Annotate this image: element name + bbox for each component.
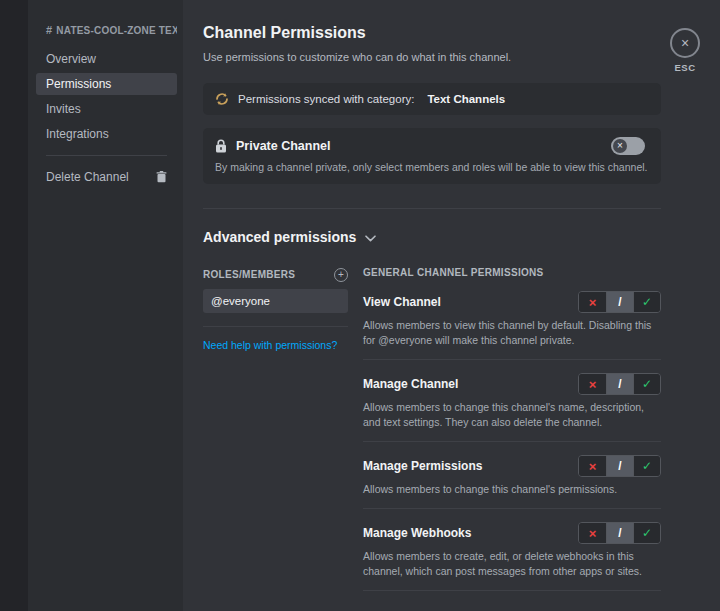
private-channel-card: Private Channel × By making a channel pr… [203,128,661,184]
delete-channel-label: Delete Channel [46,170,129,184]
advanced-permissions-header[interactable]: Advanced permissions [203,229,660,245]
sidebar-divider [46,155,167,156]
page-subtitle: Use permissions to customize who can do … [203,51,660,63]
passthrough-button[interactable]: / [606,456,633,476]
permission-row-manage-webhooks: Manage Webhooks × / ✓ Allows members to … [363,522,661,591]
settings-sidebar: # NATES-COOL-ZONE TEXT CH. Overview Perm… [28,0,183,611]
sidebar-item-label: Permissions [46,77,111,91]
sidebar-item-invites[interactable]: Invites [36,98,177,120]
permission-name: Manage Channel [363,377,458,391]
permission-toggle-group: × / ✓ [578,373,661,395]
permission-name: Manage Permissions [363,459,482,473]
permission-description: Allows members to create, edit, or delet… [363,549,655,579]
sync-banner-text: Permissions synced with category: [238,93,414,105]
delete-channel-button[interactable]: Delete Channel [36,166,177,188]
permission-description: Allows members to change this channel's … [363,482,655,497]
permission-row-view-channel: View Channel × / ✓ Allows members to vie… [363,291,661,360]
permissions-column: GENERAL CHANNEL PERMISSIONS View Channel… [363,267,661,611]
deny-x-icon: × [589,378,597,391]
check-icon: ✓ [642,296,652,308]
page-title: Channel Permissions [203,24,660,42]
check-icon: ✓ [642,527,652,539]
permissions-synced-banner: Permissions synced with category:Text Ch… [203,83,661,115]
check-icon: ✓ [642,378,652,390]
permission-toggle-group: × / ✓ [578,455,661,477]
sidebar-item-overview[interactable]: Overview [36,48,177,70]
sidebar-item-integrations[interactable]: Integrations [36,123,177,145]
discord-channel-settings-window: # NATES-COOL-ZONE TEXT CH. Overview Perm… [0,0,720,611]
sidebar-item-label: Overview [46,52,96,66]
channel-name-label: NATES-COOL-ZONE TEXT CH. [56,25,177,36]
slash-icon: / [618,527,621,539]
deny-button[interactable]: × [579,456,606,476]
divider [203,326,348,327]
permission-row-manage-permissions: Manage Permissions × / ✓ Allows members … [363,455,661,509]
slash-icon: / [618,460,621,472]
deny-button[interactable]: × [579,523,606,543]
toggle-off-knob: × [613,139,627,153]
general-permissions-header: GENERAL CHANNEL PERMISSIONS [363,267,661,278]
private-channel-label: Private Channel [236,139,602,153]
trash-icon [156,171,167,183]
slash-icon: / [618,378,621,390]
passthrough-button[interactable]: / [606,292,633,312]
close-x-icon: × [681,36,689,50]
roles-members-column: ROLES/MEMBERS + @everyone Need help with… [203,267,348,611]
deny-x-icon: × [589,460,597,473]
passthrough-button[interactable]: / [606,523,633,543]
sidebar-item-label: Integrations [46,127,109,141]
allow-button[interactable]: ✓ [633,456,660,476]
permission-row-manage-channel: Manage Channel × / ✓ Allows members to c… [363,373,661,442]
deny-x-icon: × [589,527,597,540]
permission-name: View Channel [363,295,441,309]
advanced-permissions-label: Advanced permissions [203,229,356,245]
close-settings: × ESC [667,28,703,73]
divider [363,441,661,442]
toggle-x-icon: × [617,141,623,151]
deny-button[interactable]: × [579,374,606,394]
allow-button[interactable]: ✓ [633,374,660,394]
private-channel-description: By making a channel private, only select… [215,161,649,173]
sync-banner-category: Text Channels [427,93,505,105]
allow-button[interactable]: ✓ [633,292,660,312]
permission-toggle-group: × / ✓ [578,522,661,544]
role-item-everyone[interactable]: @everyone [203,289,348,313]
advanced-permissions-body: ROLES/MEMBERS + @everyone Need help with… [203,267,661,611]
allow-button[interactable]: ✓ [633,523,660,543]
permission-toggle-group: × / ✓ [578,291,661,313]
sidebar-item-permissions[interactable]: Permissions [36,73,177,95]
sidebar-item-label: Invites [46,102,81,116]
plus-icon: + [338,270,344,280]
permission-name: Manage Webhooks [363,526,471,540]
chevron-down-icon [365,235,376,242]
divider [363,590,661,591]
add-role-button[interactable]: + [334,268,348,282]
private-channel-toggle[interactable]: × [611,137,645,155]
esc-label: ESC [674,62,695,73]
check-icon: ✓ [642,460,652,472]
deny-x-icon: × [589,296,597,309]
passthrough-button[interactable]: / [606,374,633,394]
close-button[interactable]: × [670,28,700,58]
role-name-label: @everyone [211,295,270,307]
permission-description: Allows members to change this channel's … [363,400,655,430]
permissions-help-link[interactable]: Need help with permissions? [203,339,337,351]
slash-icon: / [618,296,621,308]
channel-permissions-panel: Channel Permissions Use permissions to c… [183,0,720,611]
divider [363,359,661,360]
roles-members-header: ROLES/MEMBERS [203,269,295,280]
lock-icon [215,139,227,153]
channel-name-header: # NATES-COOL-ZONE TEXT CH. [36,24,177,36]
sync-icon [215,92,229,106]
divider [363,508,661,509]
deny-button[interactable]: × [579,292,606,312]
window-edge-strip [0,0,28,611]
permission-description: Allows members to view this channel by d… [363,318,655,348]
channel-hash-icon: # [46,24,52,36]
section-divider [203,208,661,209]
